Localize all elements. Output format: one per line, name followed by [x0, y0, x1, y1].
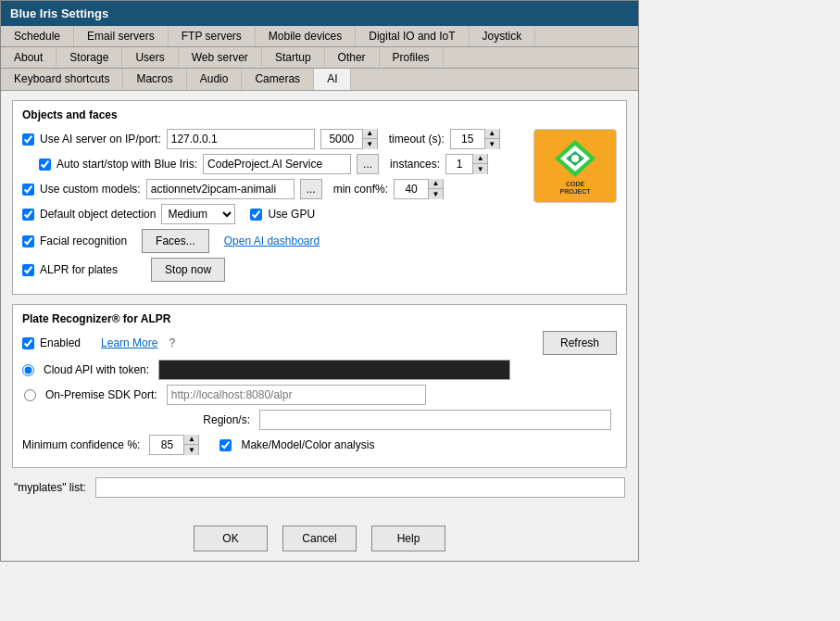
main-content: Objects and faces Use AI server on IP/po…: [1, 91, 638, 516]
refresh-btn[interactable]: Refresh: [543, 331, 617, 355]
custom-models-row: Use custom models: ... min conf%: ▲ ▼: [22, 179, 528, 199]
tab-storage[interactable]: Storage: [56, 47, 122, 68]
open-ai-dashboard-link[interactable]: Open AI dashboard: [224, 234, 320, 247]
on-premise-radio[interactable]: [24, 389, 36, 401]
tab-other[interactable]: Other: [325, 47, 380, 68]
question-mark[interactable]: ?: [169, 336, 175, 349]
learn-more-link[interactable]: Learn More: [101, 336, 157, 349]
codeproject-logo-box: CODE PROJECT: [533, 129, 617, 203]
tab-startup[interactable]: Startup: [262, 47, 325, 68]
tab-about[interactable]: About: [1, 47, 56, 68]
min-conf-plate-spin-up[interactable]: ▲: [183, 435, 198, 445]
tab-macros[interactable]: Macros: [123, 69, 186, 90]
models-input[interactable]: [146, 179, 295, 199]
stop-now-btn[interactable]: Stop now: [151, 258, 225, 282]
port-spin-up[interactable]: ▲: [362, 129, 377, 139]
instances-spin-down[interactable]: ▼: [472, 164, 487, 174]
instances-spinner: ▲ ▼: [445, 154, 488, 174]
title-bar: Blue Iris Settings: [1, 1, 638, 26]
timeout-spin-down[interactable]: ▼: [484, 139, 499, 149]
window-title: Blue Iris Settings: [10, 6, 108, 20]
svg-text:CODE: CODE: [565, 181, 584, 187]
cloud-api-label: Cloud API with token:: [44, 363, 149, 376]
tabs-row-1: Schedule Email servers FTP servers Mobil…: [1, 26, 638, 47]
alpr-label: ALPR for plates: [40, 263, 118, 276]
use-gpu-checkbox[interactable]: [250, 209, 262, 221]
plate-enabled-label: Enabled: [40, 336, 81, 349]
tabs-row-2: About Storage Users Web server Startup O…: [1, 47, 638, 69]
regions-row: Region/s:: [22, 410, 617, 430]
tab-mobile-devices[interactable]: Mobile devices: [256, 26, 356, 46]
alpr-checkbox[interactable]: [22, 264, 34, 276]
default-detection-checkbox[interactable]: [22, 209, 34, 221]
ip-input[interactable]: [167, 129, 315, 149]
on-premise-input[interactable]: [167, 385, 426, 405]
myplates-input[interactable]: [95, 477, 625, 498]
auto-start-checkbox[interactable]: [39, 158, 51, 171]
faces-btn[interactable]: Faces...: [142, 229, 209, 253]
custom-models-checkbox[interactable]: [22, 184, 34, 196]
footer-buttons: OK Cancel Help: [1, 516, 638, 561]
timeout-spin-up[interactable]: ▲: [484, 129, 499, 139]
cloud-api-radio[interactable]: [22, 364, 34, 376]
plate-enabled-row: Enabled Learn More ? Refresh: [22, 331, 617, 355]
service-input[interactable]: [203, 154, 351, 174]
tab-keyboard-shortcuts[interactable]: Keyboard shortcuts: [1, 69, 123, 90]
instances-spin-up[interactable]: ▲: [472, 154, 487, 164]
cloud-token-input[interactable]: [158, 360, 510, 380]
facial-recognition-row: Facial recognition Faces... Open AI dash…: [22, 229, 528, 253]
min-confidence-input[interactable]: [150, 436, 183, 454]
tab-profiles[interactable]: Profiles: [380, 47, 444, 68]
on-premise-label: On-Premise SDK Port:: [45, 388, 157, 401]
tabs-row-3: Keyboard shortcuts Macros Audio Cameras …: [1, 69, 638, 91]
on-premise-row: On-Premise SDK Port:: [24, 385, 617, 405]
plate-recognizer-section: Plate Recognizer® for ALPR Enabled Learn…: [12, 304, 627, 468]
service-browse-btn[interactable]: ...: [357, 154, 379, 174]
detection-select[interactable]: Low Medium High: [161, 204, 235, 224]
cancel-button[interactable]: Cancel: [282, 526, 357, 551]
facial-recognition-checkbox[interactable]: [22, 235, 34, 247]
min-conf-input[interactable]: [395, 180, 428, 198]
use-gpu-label: Use GPU: [268, 208, 315, 221]
regions-label: Region/s:: [203, 413, 250, 426]
default-detection-label: Default object detection: [40, 208, 156, 221]
tab-cameras[interactable]: Cameras: [242, 69, 314, 90]
tab-digital-io[interactable]: Digital IO and IoT: [356, 26, 469, 46]
tab-web-server[interactable]: Web server: [179, 47, 262, 68]
left-controls: Use AI server on IP/port: ▲ ▼ timeout (s…: [22, 129, 528, 286]
auto-start-label: Auto start/stop with Blue Iris:: [56, 158, 197, 171]
instances-input[interactable]: [446, 155, 472, 173]
tab-schedule[interactable]: Schedule: [1, 26, 74, 46]
min-confidence-label: Minimum confidence %:: [22, 438, 140, 451]
main-window: Blue Iris Settings Schedule Email server…: [0, 0, 639, 562]
tab-joystick[interactable]: Joystick: [470, 26, 536, 46]
port-input[interactable]: [321, 130, 362, 148]
tab-audio[interactable]: Audio: [187, 69, 243, 90]
alpr-row: ALPR for plates Stop now: [22, 258, 528, 282]
objects-faces-title: Objects and faces: [22, 108, 617, 121]
models-browse-btn[interactable]: ...: [300, 179, 322, 199]
min-conf-spin-down[interactable]: ▼: [428, 189, 443, 199]
ai-server-row: Use AI server on IP/port: ▲ ▼ timeout (s…: [22, 129, 528, 149]
facial-recognition-label: Facial recognition: [40, 234, 127, 247]
help-button[interactable]: Help: [371, 526, 445, 551]
tab-users[interactable]: Users: [122, 47, 178, 68]
tab-ftp-servers[interactable]: FTP servers: [169, 26, 256, 46]
min-conf-spin-up[interactable]: ▲: [428, 179, 443, 189]
plate-enabled-checkbox[interactable]: [22, 337, 34, 349]
plate-recognizer-title: Plate Recognizer® for ALPR: [22, 312, 617, 325]
min-conf-spinner: ▲ ▼: [394, 179, 444, 199]
port-spin-down[interactable]: ▼: [362, 139, 377, 149]
make-model-checkbox[interactable]: [219, 439, 232, 451]
tab-ai[interactable]: AI: [314, 69, 351, 90]
timeout-spinner: ▲ ▼: [450, 129, 500, 149]
timeout-input[interactable]: [451, 130, 484, 148]
instances-label: instances:: [390, 158, 440, 171]
tab-email-servers[interactable]: Email servers: [74, 26, 169, 46]
regions-input[interactable]: [259, 410, 611, 430]
myplates-row: "myplates" list:: [12, 477, 627, 498]
min-conf-plate-spin-down[interactable]: ▼: [183, 445, 198, 455]
min-conf-plate-spinner-btns: ▲ ▼: [183, 435, 198, 455]
ok-button[interactable]: OK: [194, 526, 268, 551]
use-ai-checkbox[interactable]: [22, 133, 34, 146]
